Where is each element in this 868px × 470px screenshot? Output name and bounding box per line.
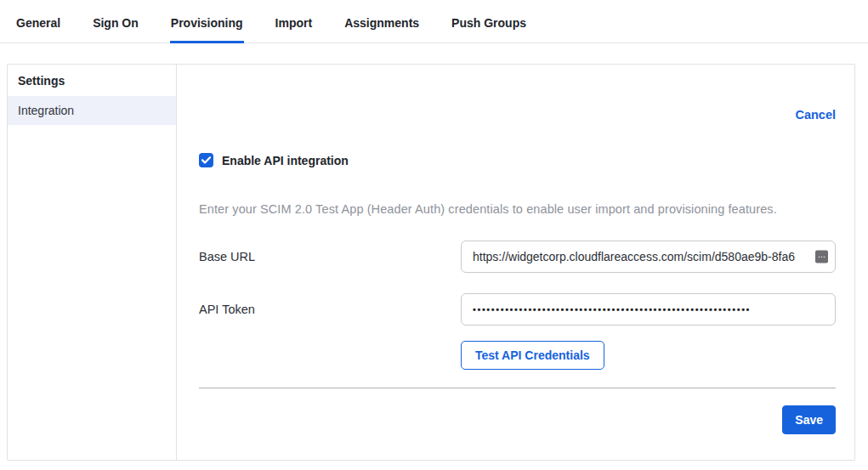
- sidebar-heading: Settings: [8, 65, 176, 96]
- base-url-row: Base URL ⋯: [199, 241, 836, 273]
- credentials-description: Enter your SCIM 2.0 Test App (Header Aut…: [199, 202, 836, 216]
- main-content: Cancel Enable API integration Enter your…: [177, 65, 856, 460]
- api-token-input[interactable]: [461, 293, 836, 326]
- api-token-row: API Token: [199, 293, 836, 326]
- base-url-label: Base URL: [199, 250, 461, 263]
- test-credentials-row: Test API Credentials: [461, 341, 836, 370]
- api-token-label: API Token: [199, 303, 461, 316]
- checkmark-icon: [201, 156, 211, 164]
- api-token-input-wrap: [461, 293, 836, 326]
- test-api-credentials-button[interactable]: Test API Credentials: [461, 341, 604, 370]
- enable-api-label: Enable API integration: [222, 154, 349, 167]
- tab-sign-on[interactable]: Sign On: [92, 16, 139, 43]
- base-url-input[interactable]: [461, 241, 836, 273]
- content-panel: Settings Integration Cancel Enable API i…: [7, 64, 855, 461]
- base-url-input-wrap: ⋯: [461, 241, 836, 273]
- enable-api-row: Enable API integration: [199, 153, 836, 167]
- enable-api-checkbox[interactable]: [199, 153, 213, 167]
- save-row: Save: [199, 405, 836, 434]
- tab-import[interactable]: Import: [275, 16, 314, 43]
- cancel-row: Cancel: [199, 107, 836, 122]
- sidebar: Settings Integration: [8, 65, 177, 460]
- tab-bar: General Sign On Provisioning Import Assi…: [0, 0, 868, 43]
- text-overflow-indicator: ⋯: [815, 251, 828, 263]
- sidebar-item-integration[interactable]: Integration: [8, 96, 176, 125]
- tab-assignments[interactable]: Assignments: [343, 16, 420, 43]
- tab-provisioning[interactable]: Provisioning: [170, 16, 244, 43]
- save-button[interactable]: Save: [782, 405, 836, 434]
- cancel-link[interactable]: Cancel: [795, 108, 836, 122]
- section-divider: [199, 388, 836, 388]
- tab-push-groups[interactable]: Push Groups: [451, 16, 527, 43]
- tab-general[interactable]: General: [15, 16, 61, 43]
